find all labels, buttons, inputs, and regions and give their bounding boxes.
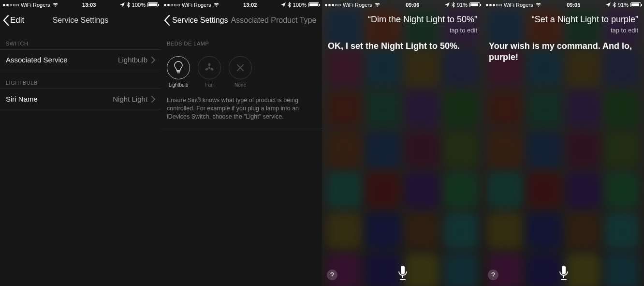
section-header-lightbulb: LIGHTBULB bbox=[0, 70, 161, 89]
cell-label: Associated Service bbox=[6, 56, 68, 64]
screen-associated-product-type: WiFi Rogers 13:02 100% Service Settings … bbox=[161, 0, 322, 286]
location-icon bbox=[281, 2, 286, 7]
wifi-icon bbox=[52, 2, 59, 7]
screen-siri-dim: WiFi Rogers 09:06 91% “Dim the Night Lig… bbox=[322, 0, 483, 286]
svg-point-2 bbox=[210, 67, 214, 71]
section-header-switch: SWITCH bbox=[0, 31, 161, 49]
screen-service-settings: WiFi Rogers 13:03 100% Edit Service Sett… bbox=[0, 0, 161, 286]
svg-rect-5 bbox=[562, 266, 566, 274]
cell-value: Night Light bbox=[113, 95, 147, 103]
lightbulb-icon bbox=[167, 56, 190, 79]
screen-siri-purple: WiFi Rogers 09:05 91% “Set a Night Light… bbox=[483, 0, 644, 286]
tap-to-edit-label[interactable]: tap to edit bbox=[328, 27, 477, 34]
battery-pct: 100% bbox=[132, 2, 146, 8]
wifi-icon bbox=[374, 2, 381, 7]
help-button[interactable]: ? bbox=[327, 270, 337, 280]
carrier-label: WiFi Rogers bbox=[504, 2, 533, 8]
battery-pct: 100% bbox=[293, 2, 307, 8]
bluetooth-icon bbox=[288, 2, 291, 8]
type-option-fan[interactable]: Fan bbox=[198, 56, 221, 88]
help-button[interactable]: ? bbox=[488, 270, 498, 280]
bluetooth-icon bbox=[452, 2, 455, 8]
type-label: Fan bbox=[205, 82, 213, 88]
location-icon bbox=[445, 2, 450, 7]
siri-utterance[interactable]: “Set a Night Light to purple” bbox=[489, 15, 638, 25]
nav-title: Service Settings bbox=[172, 16, 228, 25]
status-bar: WiFi Rogers 09:05 91% bbox=[483, 0, 644, 10]
section-header-bedside-lamp: BEDSIDE LAMP bbox=[161, 31, 322, 49]
chevron-right-icon bbox=[151, 57, 155, 63]
signal-dots bbox=[164, 4, 180, 6]
signal-dots bbox=[486, 4, 502, 6]
tap-to-edit-label[interactable]: tap to edit bbox=[489, 27, 638, 34]
battery-icon bbox=[630, 2, 641, 7]
siri-utterance[interactable]: “Dim the Night Light to 50%” bbox=[328, 15, 477, 25]
status-time: 13:02 bbox=[243, 2, 257, 8]
svg-point-3 bbox=[205, 67, 209, 71]
wifi-icon bbox=[535, 2, 542, 7]
carrier-label: WiFi Rogers bbox=[343, 2, 372, 8]
battery-icon bbox=[469, 2, 480, 7]
back-button[interactable]: Edit bbox=[0, 15, 24, 26]
carrier-label: WiFi Rogers bbox=[182, 2, 211, 8]
svg-rect-4 bbox=[401, 266, 405, 274]
svg-point-1 bbox=[208, 63, 210, 66]
battery-icon bbox=[308, 2, 319, 7]
carrier-label: WiFi Rogers bbox=[21, 2, 50, 8]
cell-label: Siri Name bbox=[6, 95, 38, 103]
nav-bar: Edit Service Settings bbox=[0, 10, 161, 31]
location-icon bbox=[606, 2, 611, 7]
microphone-icon[interactable] bbox=[558, 265, 569, 282]
bluetooth-icon bbox=[127, 2, 130, 8]
status-time: 09:05 bbox=[567, 2, 580, 8]
siri-response: OK, I set the Night Light to 50%. bbox=[322, 34, 483, 52]
nav-subtitle: Associated Product Type bbox=[231, 16, 317, 25]
microphone-icon[interactable] bbox=[397, 265, 408, 282]
status-bar: WiFi Rogers 13:03 100% bbox=[0, 0, 161, 10]
type-label: None bbox=[234, 82, 246, 88]
bluetooth-icon bbox=[613, 2, 616, 8]
status-bar: WiFi Rogers 13:02 100% bbox=[161, 0, 322, 10]
siri-response: Your wish is my command. And lo, purple! bbox=[483, 34, 644, 62]
fan-icon bbox=[198, 56, 221, 79]
back-label: Edit bbox=[10, 15, 24, 25]
location-icon bbox=[120, 2, 125, 7]
battery-pct: 91% bbox=[618, 2, 629, 8]
back-button[interactable]: Service Settings bbox=[161, 15, 228, 26]
row-siri-name[interactable]: Siri Name Night Light bbox=[0, 89, 161, 109]
status-time: 09:06 bbox=[406, 2, 419, 8]
type-option-none[interactable]: None bbox=[229, 56, 252, 88]
row-associated-service[interactable]: Associated Service Lightbulb bbox=[0, 49, 161, 70]
signal-dots bbox=[325, 4, 341, 6]
status-bar: WiFi Rogers 09:06 91% bbox=[322, 0, 483, 10]
svg-point-0 bbox=[208, 67, 210, 69]
nav-bar: Service Settings Associated Product Type bbox=[161, 10, 322, 31]
chevron-right-icon bbox=[151, 96, 155, 103]
status-time: 13:03 bbox=[82, 2, 96, 8]
type-option-lightbulb[interactable]: Lightbulb bbox=[167, 56, 190, 88]
battery-icon bbox=[147, 2, 158, 7]
cell-value: Lightbulb bbox=[118, 56, 147, 64]
battery-pct: 91% bbox=[457, 2, 468, 8]
help-text: Ensure Siri® knows what type of product … bbox=[161, 90, 322, 128]
close-icon bbox=[229, 56, 252, 79]
type-label: Lightbulb bbox=[169, 82, 189, 88]
wifi-icon bbox=[213, 2, 220, 7]
signal-dots bbox=[3, 4, 19, 6]
